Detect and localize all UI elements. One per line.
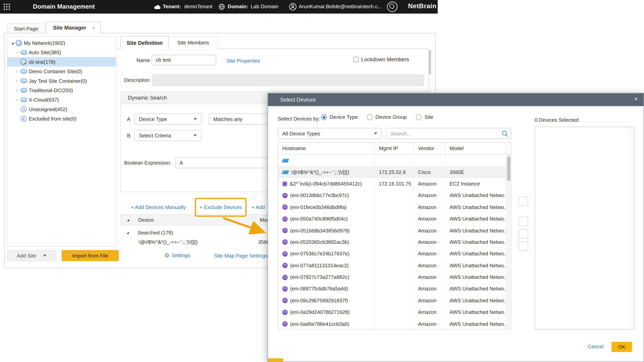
description-label: Description xyxy=(124,77,150,83)
tree-item[interactable]: Unassigned(452) xyxy=(8,105,116,114)
transfer-button[interactable] xyxy=(519,229,528,238)
lockdown-members-checkbox[interactable] xyxy=(354,57,359,62)
vendor-cell: Amazon xyxy=(414,190,446,201)
assistant-brain-icon[interactable] xyxy=(387,1,398,12)
matches-any-dropdown[interactable]: Matches any xyxy=(209,114,276,125)
domain-value[interactable]: Lab Domain xyxy=(251,4,278,10)
add-devices-manually-link[interactable]: + Add Devices Manually xyxy=(130,204,186,210)
expand-arrow-icon[interactable] xyxy=(15,51,20,54)
transfer-button[interactable] xyxy=(519,197,528,206)
tree-item[interactable]: cb test(178) xyxy=(8,57,116,67)
ok-button[interactable]: OK xyxy=(612,342,632,352)
device-row[interactable]: (eni-0520365cb3892ac3b) Amazon AWS Unatt… xyxy=(278,236,511,248)
search-input[interactable] xyxy=(386,128,511,139)
vendor-cell: Amazon xyxy=(414,213,446,225)
tree-item[interactable]: X-Cloud(637) xyxy=(8,95,116,105)
device-icon xyxy=(282,251,288,256)
tree-item[interactable]: Demo Container SIte(0) xyxy=(8,67,116,76)
tab-site-definition[interactable]: Site Definition xyxy=(120,36,169,49)
radio-icon[interactable] xyxy=(416,114,422,120)
tab-start-page[interactable]: Start Page xyxy=(7,24,45,33)
scrollbar-thumb[interactable] xyxy=(507,156,510,181)
device-row[interactable]: (eni-050a740c896f5d04c) Amazon AWS Unatt… xyxy=(278,213,511,225)
expand-arrow-icon[interactable] xyxy=(15,79,20,83)
device-row[interactable]: (eni-08877fc6db76a5a4d) Amazon AWS Unatt… xyxy=(278,283,511,295)
transfer-button[interactable] xyxy=(519,217,528,226)
radio-option[interactable]: Device Type xyxy=(321,114,358,120)
radio-option[interactable]: Site xyxy=(416,114,433,120)
tenant-value[interactable]: demoTenant xyxy=(184,4,212,10)
device-row[interactable]: (eni-07827c73a277a882c) Amazon AWS Unatt… xyxy=(278,271,511,283)
import-from-file-button[interactable]: Import from File xyxy=(62,250,119,261)
expand-arrow-icon[interactable] xyxy=(15,89,20,92)
device-row[interactable]: (eni-077a811131014eac2) Amazon AWS Unatt… xyxy=(278,260,511,271)
vendor-cell: Amazon xyxy=(414,306,446,318)
expand-arrow-icon[interactable] xyxy=(15,70,20,73)
settings-action[interactable]: ⚙ Settings xyxy=(164,252,190,259)
col-model[interactable]: Model xyxy=(446,143,507,154)
cancel-button[interactable]: Cancel xyxy=(588,344,604,349)
tree-item[interactable]: Excluded from site(0) xyxy=(8,114,116,123)
add-site-button[interactable]: Add Site xyxy=(7,250,56,261)
site-map-page-settings-link[interactable]: Site Map Page Settings xyxy=(214,253,268,259)
tree-item[interactable]: Jay Test Site Container(0) xyxy=(8,76,116,86)
add-link[interactable]: + Add xyxy=(252,204,265,210)
close-tab-icon[interactable]: × xyxy=(92,25,96,31)
close-icon[interactable]: × xyxy=(634,96,638,103)
device-icon xyxy=(282,321,288,326)
col-hostname[interactable]: Hostname xyxy=(278,143,375,154)
transfer-buttons xyxy=(519,197,528,251)
settings-link[interactable]: Settings xyxy=(172,253,190,258)
tree-item[interactable]: My Network(1902) xyxy=(8,38,116,48)
tree-item[interactable]: Auto Site(385) xyxy=(8,48,116,57)
apps-grid-icon[interactable] xyxy=(3,3,10,10)
expand-arrow-icon[interactable] xyxy=(15,98,20,102)
search-icon[interactable] xyxy=(502,130,508,139)
cloud-icon xyxy=(154,5,161,10)
tab-site-members[interactable]: Site Members xyxy=(169,36,218,49)
hostname-cell: &2*`\n/&(i-094cb7dd86455412c) xyxy=(290,181,362,187)
tree-item[interactable]: Traditional-DC(250) xyxy=(8,86,116,95)
selected-devices-list[interactable] xyxy=(535,127,634,329)
radio-option[interactable]: Device Group xyxy=(367,114,407,120)
device-row[interactable]: (eni-09c29b7599291837f) Amazon AWS Unatt… xyxy=(278,295,511,306)
expand-arrow-icon[interactable] xyxy=(10,41,15,45)
add-site-label: Add Site xyxy=(17,253,36,258)
vendor-cell: Amazon xyxy=(414,201,446,213)
device-row[interactable]: !@#$%^&*()_-=+~`:;.'|\/[]{} 172.25.52.9 … xyxy=(278,166,511,178)
col-mgmt-ip[interactable]: Mgmt IP xyxy=(375,143,414,154)
device-column-header[interactable]: Device xyxy=(138,217,154,223)
table-scrollbar[interactable] xyxy=(506,155,511,329)
device-row[interactable]: &2*`\n/&(i-094cb7dd86455412c) 172.16.101… xyxy=(278,178,511,190)
device-icon xyxy=(282,170,289,174)
site-name-input[interactable] xyxy=(152,55,216,66)
radio-icon[interactable] xyxy=(321,114,327,120)
hostname-cell: !@#$%^&*()_-=+~`:;.'|\/[]{} xyxy=(291,169,349,175)
all-device-types-dropdown[interactable]: All Device Types xyxy=(278,128,382,139)
tab-site-manager[interactable]: Site Manager × xyxy=(46,22,101,33)
radio-icon[interactable] xyxy=(367,114,372,120)
modal-header[interactable]: Select Devices × xyxy=(268,93,644,106)
user-icon[interactable] xyxy=(289,3,297,11)
searched-group-label: Searched (178) xyxy=(138,230,173,235)
select-criteria-dropdown[interactable]: Select Criteria xyxy=(134,130,201,141)
collapse-arrow-icon[interactable]: ◢ xyxy=(127,218,129,221)
scrollbar-thumb[interactable] xyxy=(428,50,431,74)
boolean-expression-input[interactable] xyxy=(176,157,270,168)
site-properties-link[interactable]: Site Properties xyxy=(226,58,260,64)
device-row[interactable]: (eni-0013dbbc77e3bc97c) Amazon AWS Unatt… xyxy=(278,190,511,201)
device-icon xyxy=(282,181,287,186)
exclude-devices-link[interactable]: + Exclude Devices xyxy=(200,204,242,210)
transfer-button[interactable] xyxy=(519,241,528,251)
col-vendor[interactable]: Vendor xyxy=(414,143,446,154)
device-row[interactable]: (eni-07536c7e24b17637e) Amazon AWS Unatt… xyxy=(278,248,511,260)
device-row[interactable] xyxy=(278,155,511,166)
device-row[interactable]: (eni-0ad0e788e41ccb3a0) Amazon AWS Unatt… xyxy=(278,318,511,329)
device-row[interactable]: (eni-01fece0b346dbd9fa) Amazon AWS Unatt… xyxy=(278,201,511,213)
device-row[interactable]: (eni-051b68b343856d978) Amazon AWS Unatt… xyxy=(278,225,511,236)
description-input[interactable] xyxy=(152,74,424,86)
user-email[interactable]: ArunKumar.Belide@netbraintech.c... xyxy=(299,4,382,10)
device-row[interactable]: (eni-0a29d24078b271628) Amazon AWS Unatt… xyxy=(278,306,511,318)
collapse-arrow-icon[interactable]: ◢ xyxy=(126,231,129,234)
device-type-dropdown[interactable]: Device Type xyxy=(134,114,201,125)
